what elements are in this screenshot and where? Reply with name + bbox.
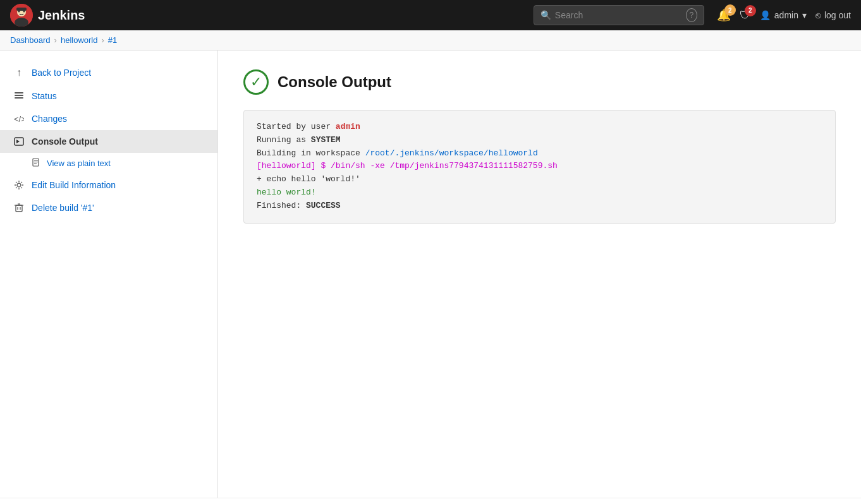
- console-echo: + echo hello 'world!': [257, 174, 360, 184]
- search-icon: 🔍: [540, 10, 551, 20]
- sidebar-item-edit-build[interactable]: Edit Build Information: [0, 174, 217, 196]
- console-text: Started by user: [257, 122, 336, 131]
- console-cmd: [helloworld] $ /bin/sh -xe /tmp/jenkins7…: [257, 161, 558, 171]
- changes-icon: </>: [13, 114, 25, 124]
- footer: REST API Jenkins 2.346.3: [0, 498, 861, 504]
- sidebar-console-label: Console Output: [32, 136, 98, 147]
- username-label: admin: [774, 10, 798, 20]
- layout: ↑ Back to Project Status </> Changes: [0, 51, 861, 498]
- logout-button[interactable]: ⎋ log out: [815, 10, 851, 20]
- main-content: ✓ Console Output Started by user admin R…: [218, 51, 861, 498]
- svg-point-16: [17, 183, 21, 187]
- console-finished: Finished:: [257, 201, 306, 210]
- page-title: Console Output: [278, 73, 391, 91]
- svg-rect-8: [15, 97, 23, 99]
- sidebar-item-status[interactable]: Status: [0, 85, 217, 107]
- console-output-box: Started by user admin Running as SYSTEM …: [243, 110, 836, 224]
- jenkins-logo-icon: [10, 4, 33, 27]
- console-output-text: hello world!: [257, 188, 316, 197]
- jenkins-title: Jenkins: [38, 8, 85, 23]
- svg-rect-6: [15, 92, 23, 93]
- sidebar-edit-build-label: Edit Build Information: [32, 180, 116, 190]
- sidebar-back-label: Back to Project: [32, 68, 91, 78]
- notifications-badge: 2: [724, 4, 736, 16]
- breadcrumb-helloworld[interactable]: helloworld: [61, 35, 98, 45]
- svg-rect-17: [16, 205, 22, 212]
- sidebar-item-changes[interactable]: </> Changes: [0, 107, 217, 130]
- user-menu[interactable]: 👤 admin ▾: [760, 10, 807, 20]
- sidebar-item-console-output[interactable]: Console Output: [0, 130, 217, 153]
- sidebar-item-plain-text[interactable]: View as plain text: [0, 153, 217, 174]
- console-line-2: Running as SYSTEM: [257, 134, 822, 147]
- console-system: SYSTEM: [311, 135, 341, 145]
- success-icon: ✓: [243, 69, 269, 95]
- plain-text-icon: [32, 158, 40, 169]
- breadcrumb-sep-1: ›: [54, 35, 57, 45]
- breadcrumb-build-number[interactable]: #1: [108, 35, 117, 45]
- svg-rect-7: [15, 95, 23, 96]
- edit-build-icon: [13, 180, 25, 190]
- console-line-4: [helloworld] $ /bin/sh -xe /tmp/jenkins7…: [257, 160, 822, 173]
- sidebar-status-label: Status: [32, 91, 57, 101]
- security-button[interactable]: 🛡 2: [740, 9, 751, 22]
- user-icon: 👤: [760, 10, 771, 20]
- sidebar: ↑ Back to Project Status </> Changes: [0, 51, 218, 498]
- console-workspace: /root/.jenkins/workspace/helloworld: [365, 148, 538, 158]
- search-bar: 🔍 ?: [534, 5, 704, 25]
- logout-label: log out: [824, 10, 851, 20]
- console-success: SUCCESS: [306, 201, 341, 210]
- search-help-icon[interactable]: ?: [686, 8, 697, 22]
- console-icon: [13, 136, 25, 147]
- console-text: Building in workspace: [257, 148, 365, 158]
- page-header: ✓ Console Output: [243, 69, 836, 95]
- sidebar-plain-text-label: View as plain text: [47, 159, 111, 168]
- console-text: Running as: [257, 135, 311, 145]
- svg-rect-5: [16, 8, 27, 11]
- breadcrumb-dashboard[interactable]: Dashboard: [10, 35, 51, 45]
- sidebar-item-delete-build[interactable]: Delete build '#1': [0, 196, 217, 219]
- jenkins-logo-link[interactable]: Jenkins: [10, 4, 85, 27]
- console-line-6: hello world!: [257, 186, 822, 200]
- status-icon: [13, 91, 25, 101]
- breadcrumb: Dashboard › helloworld › #1: [0, 30, 861, 51]
- notifications-button[interactable]: 🔔 2: [717, 8, 731, 22]
- console-line-7: Finished: SUCCESS: [257, 200, 822, 213]
- back-icon: ↑: [13, 67, 25, 78]
- chevron-down-icon: ▾: [802, 10, 807, 20]
- sidebar-changes-label: Changes: [32, 114, 67, 124]
- logout-icon: ⎋: [815, 10, 821, 20]
- sidebar-delete-build-label: Delete build '#1': [32, 203, 94, 213]
- svg-marker-11: [16, 140, 20, 143]
- header: Jenkins 🔍 ? 🔔 2 🛡 2 👤 admin ▾ ⎋ log out: [0, 0, 861, 30]
- breadcrumb-sep-2: ›: [102, 35, 104, 45]
- security-badge: 2: [745, 5, 756, 16]
- console-line-3: Building in workspace /root/.jenkins/wor…: [257, 147, 822, 160]
- console-user: admin: [336, 122, 360, 131]
- console-line-5: + echo hello 'world!': [257, 173, 822, 186]
- search-input[interactable]: [555, 10, 682, 20]
- svg-text:</>: </>: [14, 114, 24, 124]
- console-line-1: Started by user admin: [257, 121, 822, 134]
- sidebar-item-back-to-project[interactable]: ↑ Back to Project: [0, 61, 217, 85]
- delete-build-icon: [13, 203, 25, 213]
- header-actions: 🔔 2 🛡 2 👤 admin ▾ ⎋ log out: [717, 8, 851, 22]
